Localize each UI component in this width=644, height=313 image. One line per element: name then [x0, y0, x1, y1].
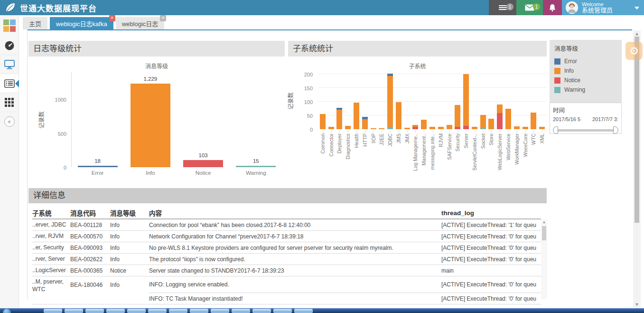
bar-info[interactable] — [131, 84, 170, 167]
x-tick-label: messaging.inte.. — [428, 131, 437, 185]
bar-value-label: 15 — [230, 158, 282, 164]
table-row[interactable]: ..er, Security BEA-090093 Info No pre-WL… — [32, 242, 541, 254]
stack-segment-info[interactable] — [421, 120, 427, 129]
table-row[interactable]: ..erver, JDBC BEA-001128 Info Connection… — [32, 219, 541, 231]
scroll-up-icon[interactable]: ▲ — [541, 220, 547, 224]
start-orb-icon[interactable] — [3, 309, 11, 313]
sidebar-item-dashboard[interactable] — [0, 36, 19, 55]
os-taskbar[interactable] — [0, 308, 644, 313]
taskbar-button[interactable] — [65, 309, 83, 313]
stack-segment-notice[interactable] — [497, 113, 503, 129]
table-row[interactable]: ..rver, Server BEA-002622 Info The proto… — [32, 254, 541, 265]
tab-weblogic[interactable]: weblogic日志 — [116, 17, 165, 29]
stack-segment-warning[interactable] — [480, 128, 486, 129]
bar-warning[interactable] — [236, 166, 276, 167]
table-row[interactable]: ..rver, RJVM BEA-000570 Info Network Con… — [32, 231, 541, 242]
stack-segment-info[interactable] — [480, 115, 486, 128]
taskbar-button[interactable] — [232, 309, 250, 313]
sidebar-item-apps[interactable] — [0, 93, 19, 112]
stack-segment-info[interactable] — [362, 119, 368, 129]
taskbar-button[interactable] — [190, 309, 208, 313]
stack-segment-info[interactable] — [447, 125, 452, 129]
stack-segment-info[interactable] — [455, 105, 460, 127]
tab-home[interactable]: 主页 — [23, 17, 47, 29]
stack-segment-info[interactable] — [336, 110, 342, 129]
time-range-labels: 2017/5/16 5 2017/7/7 3: — [553, 116, 618, 122]
taskbar-button[interactable] — [211, 309, 229, 313]
stack-segment-info[interactable] — [429, 127, 435, 129]
stack-segment-info[interactable] — [404, 128, 410, 129]
sidebar-item-logs[interactable] — [0, 74, 19, 93]
legend-item[interactable]: Notice — [554, 76, 617, 85]
stack-segment-error[interactable] — [387, 74, 393, 76]
cell-content: INFO: Logging service enabled. — [149, 276, 441, 293]
time-range-slider[interactable] — [553, 126, 618, 134]
slider-handle-start[interactable] — [553, 126, 558, 134]
stack-segment-info[interactable] — [463, 74, 469, 126]
stack-segment-notice[interactable] — [412, 127, 418, 129]
table-row[interactable]: ..LogicServer BEA-000365 Notice Server s… — [32, 265, 541, 276]
stack-segment-info[interactable] — [488, 119, 494, 129]
stack-segment-info[interactable] — [379, 128, 384, 129]
taskbar-button[interactable] — [148, 309, 167, 313]
taskbar-button[interactable] — [106, 309, 125, 313]
legend-label: Warning — [564, 86, 585, 93]
taskbar-button[interactable] — [85, 309, 104, 313]
taskbar-button[interactable] — [252, 309, 271, 313]
table-row[interactable]: ..M, pserver, WTC BEA-180046 Info INFO: … — [32, 276, 541, 293]
stack-segment-info[interactable] — [497, 104, 503, 114]
settings-gear-button[interactable]: ⚙ — [625, 42, 643, 60]
stack-segment-info[interactable] — [320, 114, 326, 129]
user-text: Welcome 系统管理员 — [582, 1, 613, 14]
stack-segment-info[interactable] — [523, 127, 528, 129]
stack-segment-error[interactable] — [362, 117, 368, 119]
stack-segment-info[interactable] — [412, 125, 418, 127]
stack-segment-info[interactable] — [539, 127, 545, 129]
scroll-down-icon[interactable]: ▼ — [633, 302, 641, 307]
slider-handle-end[interactable] — [613, 126, 618, 134]
stack-segment-notice[interactable] — [463, 126, 469, 129]
taskbar-button[interactable] — [294, 309, 313, 313]
stack-segment-info[interactable] — [505, 109, 511, 129]
mail-button[interactable]: 1 — [516, 0, 543, 15]
stack-segment-warning[interactable] — [387, 127, 393, 129]
chart2-xlabels: CommonConnectorDeployerDiagnosticsHealth… — [318, 131, 546, 186]
stack-segment-info[interactable] — [531, 113, 536, 129]
bar-notice[interactable] — [183, 160, 223, 167]
sidebar-item-monitor[interactable] — [0, 55, 19, 74]
stack-segment-info[interactable] — [371, 128, 376, 129]
stack-segment-info[interactable] — [472, 127, 477, 129]
stack-segment-notice[interactable] — [455, 127, 460, 129]
taskbar-button[interactable] — [127, 309, 146, 313]
stack-segment-info[interactable] — [354, 103, 359, 129]
x-tick-label: Diagnostics — [344, 131, 352, 185]
stack-segment-info[interactable] — [387, 76, 393, 127]
main-scrollbar[interactable]: ▲ ▼ — [633, 30, 641, 308]
stack-segment-info[interactable] — [396, 102, 401, 129]
menu-button[interactable]: 1 — [489, 0, 516, 15]
scroll-up-icon[interactable]: ▲ — [633, 31, 641, 36]
user-menu[interactable]: Welcome 系统管理员 — [562, 0, 644, 15]
stack-segment-info[interactable] — [328, 127, 334, 129]
tab-weblogic-kafka[interactable]: weblogic日志kafka — [50, 17, 113, 29]
scrollbar-thumb[interactable] — [542, 226, 546, 240]
table-scrollbar[interactable]: ▲ — [541, 219, 547, 299]
legend-item[interactable]: Info — [554, 66, 617, 76]
close-icon[interactable] — [160, 15, 166, 21]
close-icon[interactable] — [109, 15, 115, 21]
scrollbar-thumb[interactable] — [635, 37, 639, 223]
notifications-button[interactable] — [543, 0, 562, 15]
table-row[interactable]: INFO: TC Task Manager instantiated! [ACT… — [32, 293, 541, 304]
stack-segment-info[interactable] — [514, 126, 520, 129]
legend-item[interactable]: Error — [554, 57, 617, 66]
monitor-icon — [4, 60, 15, 69]
taskbar-button[interactable] — [169, 309, 187, 313]
bar-error[interactable] — [78, 166, 118, 167]
stack-segment-info[interactable] — [345, 126, 351, 129]
sidebar-collapse[interactable]: « — [0, 112, 19, 131]
legend-item[interactable]: Warning — [554, 85, 617, 95]
taskbar-button[interactable] — [44, 309, 62, 313]
stack-segment-error[interactable] — [336, 108, 342, 110]
taskbar-button[interactable] — [273, 309, 292, 313]
stack-segment-info[interactable] — [438, 127, 444, 129]
